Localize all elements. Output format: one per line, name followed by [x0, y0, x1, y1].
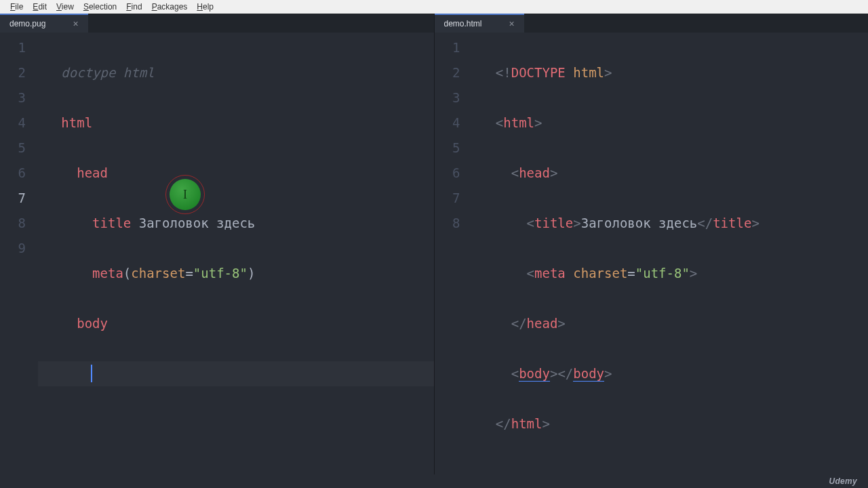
code-token: title	[92, 216, 131, 230]
code-token: <	[511, 366, 519, 381]
code-token: "utf-8"	[635, 266, 690, 281]
line-number: 2	[435, 60, 473, 85]
code-token: >	[550, 366, 557, 381]
code-token: >	[534, 115, 542, 130]
line-number: 7	[435, 186, 473, 211]
code-token: </	[496, 416, 511, 431]
code-token: html	[511, 416, 542, 431]
footer-bar: Udemy	[0, 474, 868, 488]
code-token: >	[690, 266, 697, 281]
code-token: <	[511, 165, 519, 180]
code-token: =	[627, 266, 635, 281]
line-number: 3	[435, 85, 473, 110]
code-token: "utf-8"	[193, 266, 248, 281]
menu-packages[interactable]: Packages	[147, 2, 193, 12]
code-token: >	[604, 65, 612, 80]
code-token: >	[550, 165, 557, 180]
code-token: html	[61, 115, 92, 130]
line-number: 4	[435, 110, 473, 136]
code-token: Заголовок здесь	[581, 216, 698, 230]
gutter-right: 1 2 3 4 5 6 7 8	[435, 33, 473, 474]
line-number: 5	[0, 136, 38, 161]
code-token: head	[527, 316, 558, 331]
menu-file[interactable]: File	[5, 2, 28, 12]
line-number: 8	[0, 211, 38, 236]
tab-title: demo.pug	[9, 19, 45, 28]
line-number: 7	[0, 186, 38, 211]
code-token: Заголовок здесь	[131, 216, 255, 230]
code-token: html	[573, 65, 604, 80]
menu-view[interactable]: View	[52, 2, 79, 12]
gutter-left: 1 2 3 4 5 6 7 8 9	[0, 33, 38, 474]
code-token: <	[527, 266, 534, 281]
tab-demo-pug[interactable]: demo.pug ×	[0, 14, 88, 33]
tab-bar-right: demo.html ×	[435, 14, 869, 33]
menu-edit[interactable]: Edit	[28, 2, 52, 12]
code-token: >	[573, 216, 580, 230]
code-token: <!	[496, 65, 511, 80]
code-token: doctype html	[61, 65, 154, 80]
menu-selection[interactable]: Selection	[79, 2, 121, 12]
menu-bar: File Edit View Selection Find Packages H…	[0, 0, 868, 14]
code-token: charset	[131, 266, 185, 281]
code-token: >	[542, 416, 549, 431]
tab-title: demo.html	[444, 19, 482, 28]
code-token: body	[573, 366, 604, 382]
code-token	[566, 65, 573, 80]
close-icon[interactable]: ×	[73, 19, 78, 28]
tab-demo-html[interactable]: demo.html ×	[435, 14, 524, 33]
editor-pane-right[interactable]: 1 2 3 4 5 6 7 8 <!DOCTYPE html> <html> <…	[435, 33, 869, 474]
code-area-left[interactable]: doctype html html head title Заголовок з…	[38, 33, 434, 474]
code-token: title	[534, 216, 573, 230]
code-token: head	[519, 165, 550, 180]
code-token: meta	[92, 266, 123, 281]
code-token	[566, 266, 573, 281]
line-number: 9	[0, 236, 38, 261]
code-token: </	[511, 316, 527, 331]
code-token: (	[123, 266, 131, 281]
code-token: title	[713, 216, 751, 230]
menu-find[interactable]: Find	[121, 2, 146, 12]
tab-bar-row: demo.pug × demo.html ×	[0, 14, 868, 33]
line-number: 3	[0, 85, 38, 110]
line-number: 4	[0, 110, 38, 136]
line-number: 5	[435, 136, 473, 161]
code-token: meta	[534, 266, 566, 281]
code-token: DOCTYPE	[511, 65, 566, 80]
code-token: charset	[573, 266, 627, 281]
code-token: </	[557, 366, 573, 381]
editor-split: 1 2 3 4 5 6 7 8 9 doctype html html head…	[0, 33, 868, 474]
editor-pane-left[interactable]: 1 2 3 4 5 6 7 8 9 doctype html html head…	[0, 33, 435, 474]
code-area-right[interactable]: <!DOCTYPE html> <html> <head> <title>Заг…	[473, 33, 869, 474]
code-token: head	[77, 165, 108, 180]
code-token: </	[697, 216, 713, 230]
line-number: 1	[0, 35, 38, 60]
code-token: html	[503, 115, 534, 130]
line-number: 8	[435, 211, 473, 236]
code-token: body	[77, 316, 108, 331]
line-number: 6	[435, 161, 473, 186]
code-token: <	[496, 115, 503, 130]
menu-help[interactable]: Help	[192, 2, 218, 12]
close-icon[interactable]: ×	[509, 19, 515, 28]
code-token: >	[604, 366, 612, 381]
line-number: 1	[435, 35, 473, 60]
code-token: )	[248, 266, 255, 281]
code-token: >	[557, 316, 565, 331]
code-token: body	[519, 366, 550, 382]
line-number: 6	[0, 161, 38, 186]
line-number: 2	[0, 60, 38, 85]
brand-label: Udemy	[829, 476, 857, 486]
tab-bar-left: demo.pug ×	[0, 14, 435, 33]
code-token: <	[527, 216, 534, 230]
text-cursor	[91, 365, 92, 382]
code-token: =	[185, 266, 193, 281]
code-token: >	[751, 216, 759, 230]
